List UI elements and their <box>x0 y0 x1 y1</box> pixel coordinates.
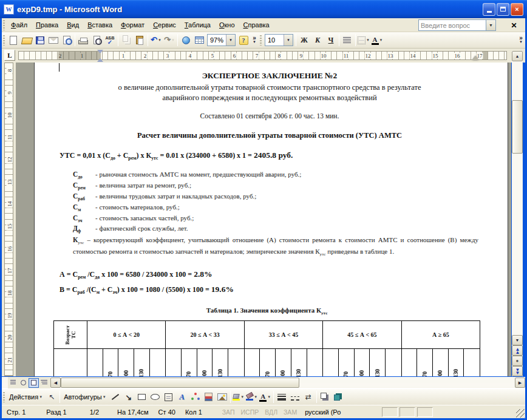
menu-file[interactable]: Файл <box>7 19 32 30</box>
print-preview-button[interactable] <box>90 33 103 47</box>
insert-picture-button[interactable] <box>216 390 229 404</box>
redo-dropdown-icon[interactable]: ▼ <box>171 38 175 42</box>
draw-font-color-button[interactable]: А ▼ <box>259 390 272 404</box>
horizontal-scroll-track[interactable] <box>61 378 515 388</box>
vertical-ruler[interactable]: 8 9 10 11 12 13 14 15 16 17 18 19 20 21 … <box>2 63 16 376</box>
italic-button[interactable]: К <box>311 33 324 47</box>
font-size-dropdown-icon[interactable]: ▼ <box>284 35 293 46</box>
draw-line-button[interactable] <box>109 390 122 404</box>
draw-arrow-button[interactable]: ↘ <box>122 390 135 404</box>
print-button[interactable] <box>76 33 90 47</box>
drawbar-grip[interactable] <box>3 392 5 402</box>
vertical-scroll-track[interactable] <box>512 61 523 335</box>
menu-edit[interactable]: Правка <box>32 19 63 30</box>
restore-button[interactable] <box>497 3 509 16</box>
word-app-icon[interactable]: W <box>4 4 14 15</box>
menu-view[interactable]: Вид <box>63 19 83 30</box>
undo-dropdown-icon[interactable]: ▼ <box>158 38 162 42</box>
paste-button[interactable] <box>133 33 146 47</box>
fill-color-button[interactable]: ▼ <box>232 390 245 404</box>
browse-select-button[interactable]: ● <box>512 356 523 366</box>
arrow-style-button[interactable]: ⇄ <box>302 390 315 404</box>
scroll-down-button[interactable]: ▼ <box>512 335 523 345</box>
search-button[interactable] <box>60 33 73 47</box>
menu-tools[interactable]: Сервис <box>149 19 180 30</box>
close-button[interactable]: × <box>511 3 523 16</box>
open-button[interactable] <box>20 33 33 47</box>
horizontal-ruler[interactable]: 2 1 1 2 3 4 5 6 7 8 9 10 11 12 13 14 15 … <box>18 51 507 60</box>
menu-insert[interactable]: Вставка <box>83 19 117 30</box>
scroll-right-button[interactable]: ▶ <box>515 378 525 388</box>
scroll-left-button[interactable]: ◀ <box>50 378 61 388</box>
menu-help[interactable]: Справка <box>239 19 274 30</box>
underline-button[interactable]: Ч <box>324 33 338 47</box>
line-color-button[interactable]: ▼ <box>245 390 259 404</box>
autoshapes-button[interactable]: Автофигуры▼ <box>61 390 109 404</box>
tab-selector[interactable]: L <box>4 50 15 61</box>
normal-view-button[interactable] <box>8 378 18 388</box>
vertical-scroll-thumb[interactable] <box>512 100 523 154</box>
font-color-button[interactable]: А ▼ <box>370 33 384 47</box>
status-extend-selection[interactable]: ВДЛ <box>262 408 280 416</box>
spelling-button[interactable]: АБВ✓ <box>103 33 117 47</box>
formatting-toolbar-grip[interactable] <box>260 35 262 46</box>
draw-actions-button[interactable]: Действия▼ <box>7 390 45 404</box>
ask-question-dropdown[interactable]: ▼ <box>486 19 496 31</box>
zoom-dropdown-icon[interactable]: ▼ <box>226 35 235 46</box>
status-record-macro[interactable]: ЗАП <box>219 408 238 416</box>
hanging-indent-marker[interactable] <box>97 55 103 62</box>
font-size-combo[interactable]: 10 ▼ <box>265 34 293 46</box>
document-page[interactable]: ЭКСПЕРТНОЕ ЗАКЛЮЧЕНИЕ №2 о величине допо… <box>34 63 508 376</box>
select-objects-button[interactable]: ↖ <box>45 390 58 404</box>
borders-dropdown-icon[interactable]: ▼ <box>366 38 370 42</box>
dash-style-button[interactable] <box>288 390 302 404</box>
insert-diagram-button[interactable] <box>189 390 202 404</box>
line-style-button[interactable] <box>275 390 288 404</box>
resize-grip[interactable] <box>516 409 525 418</box>
draw-font-color-dropdown-icon[interactable]: ▼ <box>267 395 271 399</box>
status-overtype[interactable]: ЗАМ <box>280 408 300 416</box>
fill-color-dropdown-icon[interactable]: ▼ <box>240 395 244 399</box>
toolbar-grip[interactable] <box>3 35 5 46</box>
new-document-button[interactable] <box>7 33 20 47</box>
text-box-button[interactable] <box>162 390 175 404</box>
outline-view-button[interactable] <box>39 378 49 388</box>
line-color-dropdown-icon[interactable]: ▼ <box>254 395 257 399</box>
menu-format[interactable]: Формат <box>117 19 149 30</box>
save-button[interactable] <box>33 33 47 47</box>
web-layout-button[interactable] <box>18 378 29 388</box>
minimize-button[interactable] <box>483 3 495 16</box>
borders-button[interactable]: ▼ <box>357 33 370 47</box>
status-page-of[interactable]: 1/2 <box>85 408 104 416</box>
browse-next-button[interactable]: ▼▼ <box>512 366 523 376</box>
insert-hyperlink-button[interactable] <box>179 33 192 47</box>
mail-button[interactable] <box>47 33 60 47</box>
menu-window[interactable]: Окно <box>215 19 239 30</box>
scroll-up-button[interactable]: ▲ <box>512 51 523 61</box>
font-color-dropdown-icon[interactable]: ▼ <box>379 38 383 42</box>
redo-button[interactable]: ↷▼ <box>163 33 176 47</box>
draw-rectangle-button[interactable] <box>135 390 149 404</box>
vertical-scrollbar[interactable]: ▲ ▼ ▲▲ ● ▼▼ <box>512 51 523 376</box>
status-track-changes[interactable]: ИСПР <box>238 408 262 416</box>
menubar-grip[interactable] <box>3 20 5 30</box>
status-page[interactable]: Стр. 1 <box>2 408 30 416</box>
ask-question-input[interactable] <box>418 19 486 31</box>
right-indent-marker[interactable] <box>472 53 478 60</box>
threed-style-button[interactable] <box>332 390 345 404</box>
copy-button[interactable] <box>120 33 133 47</box>
shadow-style-button[interactable] <box>318 390 332 404</box>
justify-button[interactable] <box>341 33 354 47</box>
menu-table[interactable]: Таблица <box>180 19 215 30</box>
undo-button[interactable]: ↶▼ <box>149 33 163 47</box>
status-language[interactable]: русский (Ро <box>300 408 345 416</box>
bold-button[interactable]: Ж <box>298 33 311 47</box>
insert-table-button[interactable] <box>192 33 206 47</box>
help-button[interactable]: ? <box>237 33 250 47</box>
document-close-button[interactable]: ✕ <box>509 20 519 30</box>
browse-previous-button[interactable]: ▲▲ <box>512 345 523 356</box>
horizontal-scroll-thumb[interactable] <box>61 378 299 388</box>
toolbar-options-chevron[interactable]: »▼ <box>250 36 259 44</box>
status-section[interactable]: Разд 1 <box>41 408 71 416</box>
clip-art-button[interactable] <box>202 390 216 404</box>
